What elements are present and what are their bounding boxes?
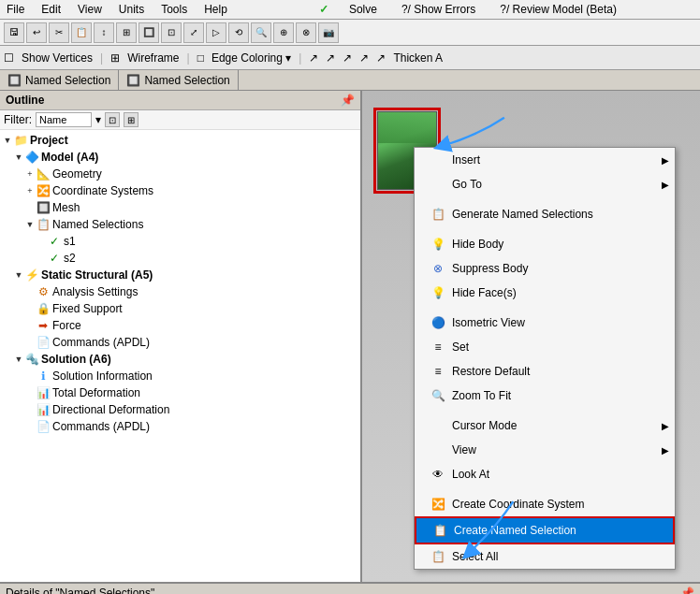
expander-geometry[interactable]: + xyxy=(24,168,36,180)
tree-item-fixed[interactable]: 🔒 Fixed Support xyxy=(2,300,358,317)
menu-units[interactable]: Units xyxy=(116,2,147,17)
review-model-label[interactable]: ?/ Review Model (Beta) xyxy=(497,2,620,17)
commands1-label: Commands (APDL) xyxy=(52,336,150,349)
toolbar-btn-9[interactable]: ⤢ xyxy=(183,22,204,43)
tree-item-dir-def[interactable]: 📊 Directional Deformation xyxy=(2,401,358,418)
bottom-pin-icon[interactable]: 📌 xyxy=(680,587,694,594)
expander-fixed[interactable] xyxy=(24,303,36,314)
filter-bar: Filter: ▾ ⊡ ⊞ xyxy=(0,110,360,130)
expander-model[interactable]: ▼ xyxy=(13,152,24,163)
tree-item-mesh[interactable]: 🔲 Mesh xyxy=(2,199,358,216)
expander-coordinate[interactable]: + xyxy=(24,185,36,196)
toolbar-btn-12[interactable]: 🔍 xyxy=(251,22,271,43)
context-menu-isometric[interactable]: 🔵 Isometric View xyxy=(415,311,675,335)
show-vertices-checkbox[interactable]: ☐ xyxy=(4,51,14,65)
wireframe-icon: ⊞ xyxy=(110,51,120,65)
expander-force[interactable] xyxy=(24,320,36,331)
look-at-label: Look At xyxy=(452,468,489,481)
context-menu-goto[interactable]: Go To ▶ xyxy=(415,172,675,196)
s1-icon: ✓ xyxy=(47,234,62,249)
context-menu-select-all[interactable]: 📋 Select All xyxy=(415,544,675,569)
tree-item-coordinate[interactable]: + 🔀 Coordinate Systems xyxy=(2,182,358,199)
expander-commands1[interactable] xyxy=(24,337,36,348)
expander-s1[interactable] xyxy=(36,236,47,247)
edge-coloring-label[interactable]: Edge Coloring ▾ xyxy=(211,51,291,65)
expander-static[interactable]: ▼ xyxy=(13,269,24,281)
tree-item-commands2[interactable]: 📄 Commands (APDL) xyxy=(2,418,358,435)
show-vertices-label[interactable]: Show Vertices xyxy=(22,51,93,65)
toolbar-btn-11[interactable]: ⟲ xyxy=(228,22,249,43)
menu-tools[interactable]: Tools xyxy=(158,2,190,17)
toolbar-btn-2[interactable]: ↩ xyxy=(26,22,47,43)
toolbar-btn-7[interactable]: 🔲 xyxy=(139,22,159,43)
context-menu-restore[interactable]: ≡ Restore Default xyxy=(415,359,675,384)
context-menu-generate[interactable]: 📋 Generate Named Selections xyxy=(415,202,675,226)
toolbar-btn-13[interactable]: ⊕ xyxy=(273,22,294,43)
static-label: Static Structural (A5) xyxy=(41,268,153,282)
suppress-icon: ⊗ xyxy=(430,260,446,277)
tree-item-total-def[interactable]: 📊 Total Deformation xyxy=(2,384,358,401)
expander-dir-def[interactable] xyxy=(24,404,36,415)
menu-help[interactable]: Help xyxy=(201,2,230,17)
context-menu-create-named[interactable]: 📋 Create Named Selection xyxy=(415,516,675,544)
tree-item-s2[interactable]: ✓ s2 xyxy=(2,250,358,267)
context-menu-create-coord[interactable]: 🔀 Create Coordinate System xyxy=(415,492,675,516)
tree-item-analysis[interactable]: ⚙ Analysis Settings xyxy=(2,283,358,300)
ns-tab-2[interactable]: 🔲 Named Selection xyxy=(119,70,238,90)
tree-item-project[interactable]: ▼ 📁 Project xyxy=(2,132,358,149)
context-menu-insert[interactable]: Insert ▶ xyxy=(415,148,675,172)
context-menu-set[interactable]: ≡ Set xyxy=(415,335,675,359)
tree-item-geometry[interactable]: + 📐 Geometry xyxy=(2,166,358,182)
menu-edit[interactable]: Edit xyxy=(38,2,64,17)
expander-solution[interactable]: ▼ xyxy=(13,354,24,365)
tree-item-static[interactable]: ▼ ⚡ Static Structural (A5) xyxy=(2,267,358,283)
tree-item-commands1[interactable]: 📄 Commands (APDL) xyxy=(2,334,358,351)
tree-item-named-sel[interactable]: ▼ 📋 Named Selections xyxy=(2,216,358,233)
thicken-label[interactable]: Thicken A xyxy=(393,51,443,65)
select-all-label: Select All xyxy=(452,550,498,563)
expander-named-sel[interactable]: ▼ xyxy=(24,219,36,230)
bottom-title: Details of "Named Selections" xyxy=(6,587,154,594)
toolbar-btn-3[interactable]: ✂ xyxy=(49,22,69,43)
toolbar-btn-4[interactable]: 📋 xyxy=(71,22,92,43)
pin-icon[interactable]: 📌 xyxy=(341,94,355,107)
context-menu-suppress[interactable]: ⊗ Suppress Body xyxy=(415,256,675,281)
expander-sol-info[interactable] xyxy=(24,370,36,382)
expander-s2[interactable] xyxy=(36,253,47,264)
toolbar-btn-1[interactable]: 🖫 xyxy=(4,22,24,43)
context-menu-zoom-fit[interactable]: 🔍 Zoom To Fit xyxy=(415,384,675,408)
tree-item-solution[interactable]: ▼ 🔩 Solution (A6) xyxy=(2,351,358,368)
context-menu-look-at[interactable]: 👁 Look At xyxy=(415,462,675,486)
toolbar-btn-14[interactable]: ⊗ xyxy=(296,22,316,43)
wireframe-label[interactable]: Wireframe xyxy=(127,51,179,65)
mesh-icon: 🔲 xyxy=(36,200,51,215)
toolbar-btn-15[interactable]: 📷 xyxy=(318,22,339,43)
expander-project[interactable]: ▼ xyxy=(2,135,13,146)
context-menu-view[interactable]: View ▶ xyxy=(415,438,675,462)
expander-commands2[interactable] xyxy=(24,421,36,432)
toolbar-btn-6[interactable]: ⊞ xyxy=(116,22,137,43)
toolbar-btn-8[interactable]: ⊡ xyxy=(161,22,182,43)
expander-analysis[interactable] xyxy=(24,286,36,297)
tree-item-model[interactable]: ▼ 🔷 Model (A4) xyxy=(2,149,358,166)
show-errors-label[interactable]: ?/ Show Errors xyxy=(399,2,478,17)
expander-mesh[interactable] xyxy=(24,202,36,213)
context-menu-hide-body[interactable]: 💡 Hide Body xyxy=(415,232,675,256)
tree-item-s1[interactable]: ✓ s1 xyxy=(2,233,358,250)
filter-icon-2[interactable]: ⊞ xyxy=(124,112,139,127)
toolbar-btn-5[interactable]: ↕ xyxy=(94,22,114,43)
toolbar-btn-10[interactable]: ▷ xyxy=(206,22,226,43)
context-menu-cursor[interactable]: Cursor Mode ▶ xyxy=(415,413,675,438)
ns-tab-1[interactable]: 🔲 Named Selection xyxy=(0,70,119,90)
menu-view[interactable]: View xyxy=(75,2,105,17)
filter-input[interactable] xyxy=(36,112,92,127)
context-menu-hide-face[interactable]: 💡 Hide Face(s) xyxy=(415,281,675,305)
create-named-label: Create Named Selection xyxy=(454,524,576,537)
menu-file[interactable]: File xyxy=(4,2,27,17)
expander-total-def[interactable] xyxy=(24,387,36,398)
filter-icon-1[interactable]: ⊡ xyxy=(105,112,120,127)
tree-item-force[interactable]: ➡ Force xyxy=(2,317,358,334)
filter-dropdown-icon[interactable]: ▾ xyxy=(95,113,101,126)
tree-item-sol-info[interactable]: ℹ Solution Information xyxy=(2,368,358,384)
solve-label[interactable]: Solve xyxy=(346,2,380,17)
